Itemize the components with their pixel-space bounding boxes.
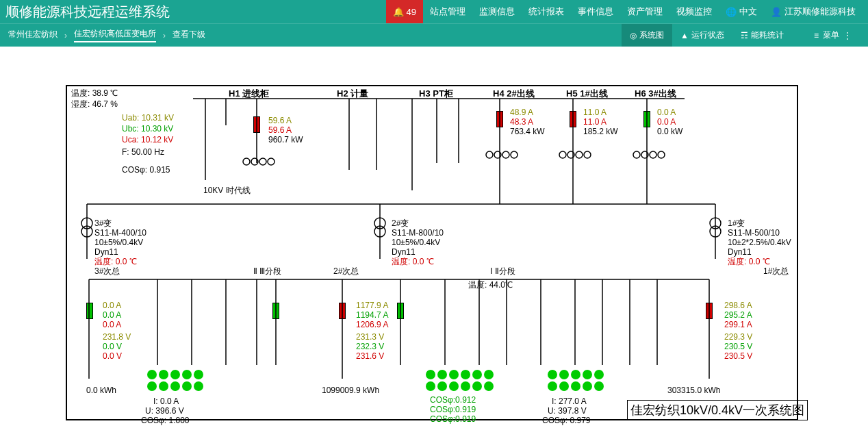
h1-kw: 960.7 kW bbox=[268, 134, 303, 145]
uab: Uab: 10.31 kV bbox=[122, 112, 174, 123]
h4-kw: 763.4 kW bbox=[510, 126, 545, 137]
subheader: 常州佳宏纺织 › 佳宏纺织高低压变电所 › 查看下级 ◎系统图 ▲运行状态 ☶能… bbox=[0, 23, 868, 47]
nav-event[interactable]: 事件信息 bbox=[571, 0, 620, 23]
user-icon: 👤 bbox=[771, 7, 782, 17]
seg23: Ⅱ Ⅲ分段 bbox=[253, 266, 281, 277]
status-dots-3 bbox=[548, 370, 604, 391]
nav-site[interactable]: 站点管理 bbox=[423, 0, 472, 23]
lang-button[interactable]: 🌐中文 bbox=[719, 0, 764, 23]
nav-video[interactable]: 视频监控 bbox=[669, 0, 719, 23]
globe-icon: 🌐 bbox=[726, 7, 737, 17]
h6-breaker[interactable] bbox=[643, 111, 650, 127]
tab-energy[interactable]: ☶能耗统计 bbox=[732, 24, 792, 47]
h1-title: H1 进线柜 bbox=[229, 88, 269, 100]
seg-breaker-a[interactable] bbox=[397, 303, 404, 319]
f2-breaker[interactable] bbox=[339, 303, 346, 319]
menu-button[interactable]: ≡菜单⋮ bbox=[806, 29, 860, 41]
f1-ic: 299.1 A bbox=[724, 319, 752, 330]
diagram-title: 佳宏纺织10kV/0.4kV一次系统图 bbox=[627, 400, 808, 420]
h5-kw: 185.2 kW bbox=[583, 126, 618, 137]
hamburger-icon: ≡ bbox=[814, 31, 819, 40]
x1-sub: 1#次总 bbox=[763, 266, 789, 277]
tab-run[interactable]: ▲运行状态 bbox=[672, 24, 732, 47]
triangle-icon: ▲ bbox=[680, 31, 689, 40]
f1-breaker[interactable] bbox=[706, 303, 713, 319]
nav-asset[interactable]: 资产管理 bbox=[620, 0, 669, 23]
nav-report[interactable]: 统计报表 bbox=[522, 0, 571, 23]
f3-vc: 0.0 V bbox=[103, 351, 122, 362]
user-button[interactable]: 👤江苏顺修能源科技 bbox=[764, 0, 863, 23]
bus-label: 10KV 时代线 bbox=[203, 185, 251, 196]
f1-vc: 230.5 V bbox=[724, 351, 752, 362]
x2-sub: 2#次总 bbox=[333, 266, 359, 277]
bc-3[interactable]: 查看下级 bbox=[173, 29, 205, 42]
x2-t: 温度: 0.0 ℃ bbox=[392, 256, 434, 267]
f3-ic: 0.0 A bbox=[103, 319, 121, 330]
temp44: 温度: 44.0℃ bbox=[468, 279, 513, 290]
seg12: Ⅰ Ⅱ分段 bbox=[490, 266, 515, 277]
diagram-canvas: 温度: 38.9 ℃ 湿度: 46.7 % Uab: 10.31 kV Ubc:… bbox=[0, 47, 868, 441]
nav-monitor[interactable]: 监测信息 bbox=[472, 0, 522, 23]
f2-kwh: 1099009.9 kWh bbox=[322, 385, 379, 396]
bc-1[interactable]: 常州佳宏纺织 bbox=[8, 29, 58, 42]
subtabs: ◎系统图 ▲运行状态 ☶能耗统计 ≡菜单⋮ bbox=[622, 24, 860, 47]
h1-breaker[interactable] bbox=[253, 116, 260, 133]
m1-c: COSφ: 1.000 bbox=[141, 415, 189, 426]
freq: F: 50.00 Hz bbox=[122, 147, 164, 158]
bc-2[interactable]: 佳宏纺织高低压变电所 bbox=[74, 28, 156, 42]
chevron-right-icon: › bbox=[163, 31, 166, 40]
h5-title: H5 1#出线 bbox=[566, 88, 608, 100]
h6-title: H6 3#出线 bbox=[635, 88, 676, 100]
ubc: Ubc: 10.30 kV bbox=[122, 123, 173, 134]
more-icon: ⋮ bbox=[843, 31, 852, 40]
m2-c3: COSφ:0.919 bbox=[430, 414, 476, 425]
header: 顺修能源科技远程运维系统 🔔49 站点管理 监测信息 统计报表 事件信息 资产管… bbox=[0, 0, 868, 23]
app-title: 顺修能源科技远程运维系统 bbox=[5, 3, 170, 21]
h4-title: H4 2#出线 bbox=[493, 88, 535, 100]
status-dots-2 bbox=[426, 370, 494, 391]
h4-breaker[interactable] bbox=[496, 111, 503, 127]
hum-label: 湿度: 46.7 % bbox=[71, 99, 118, 110]
tab-system[interactable]: ◎系统图 bbox=[622, 24, 672, 47]
m3-c: COSφ: 0.979 bbox=[542, 415, 590, 426]
status-dots-1 bbox=[147, 370, 203, 391]
target-icon: ◎ bbox=[630, 31, 637, 40]
f2-vc: 231.6 V bbox=[356, 351, 384, 362]
f3-breaker[interactable] bbox=[86, 303, 93, 319]
cosphi: COSφ: 0.915 bbox=[122, 164, 170, 175]
f2b-breaker[interactable] bbox=[272, 303, 279, 319]
f3-kwh: 0.0 kWh bbox=[86, 385, 116, 396]
h5-breaker[interactable] bbox=[570, 111, 576, 127]
h3-title: H3 PT柜 bbox=[419, 88, 453, 100]
f1-kwh: 303315.0 kWh bbox=[667, 385, 720, 396]
alert-button[interactable]: 🔔49 bbox=[386, 0, 423, 23]
chevron-right-icon: › bbox=[64, 31, 67, 40]
x3-sub: 3#次总 bbox=[94, 266, 120, 277]
temp-label: 温度: 38.9 ℃ bbox=[71, 88, 118, 99]
h2-title: H2 计量 bbox=[337, 88, 368, 100]
h6-kw: 0.0 kW bbox=[657, 126, 682, 137]
f2-ic: 1206.9 A bbox=[356, 319, 388, 330]
bell-icon: 🔔 bbox=[393, 7, 404, 17]
bar-icon: ☶ bbox=[741, 31, 748, 40]
uca: Uca: 10.12 kV bbox=[122, 134, 173, 145]
breadcrumb: 常州佳宏纺织 › 佳宏纺织高低压变电所 › 查看下级 bbox=[8, 28, 205, 42]
